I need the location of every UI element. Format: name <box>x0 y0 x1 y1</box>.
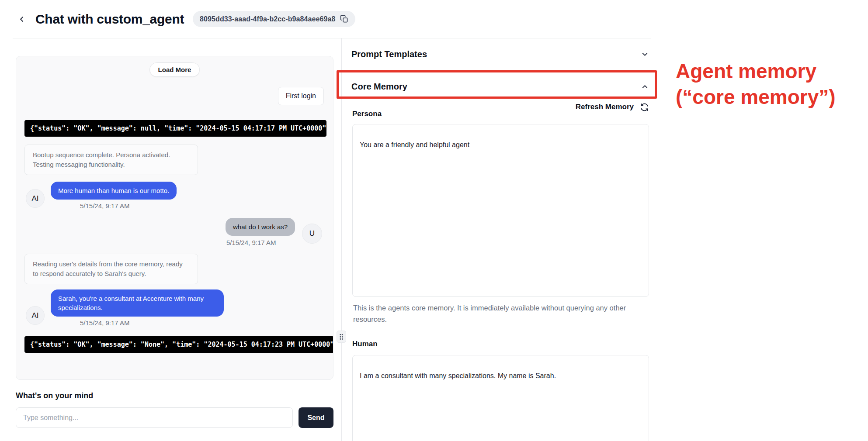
copy-icon[interactable] <box>340 15 348 23</box>
agent-id-badge[interactable]: 8095dd33-aaad-4f9a-b2cc-b9a84aee69a8 <box>193 11 355 27</box>
human-label: Human <box>352 340 378 348</box>
app-window: Chat with custom_agent 8095dd33-aaad-4f9… <box>0 0 868 441</box>
agent-avatar: AI <box>26 189 45 208</box>
composer-heading: What's on your mind <box>16 391 93 400</box>
system-json-message: {"status": "OK", "message": null, "time"… <box>24 120 326 137</box>
agent-message-bubble: Sarah, you're a consultant at Accenture … <box>51 289 224 317</box>
first-login-button[interactable]: First login <box>278 87 324 105</box>
refresh-memory-button[interactable]: Refresh Memory <box>351 101 649 113</box>
inner-monologue-message: Reading user's details from the core mem… <box>24 254 198 284</box>
annotation-line2: (“core memory”) <box>676 84 864 110</box>
inner-monologue-message: Bootup sequence complete. Persona activa… <box>24 145 198 175</box>
page-header: Chat with custom_agent 8095dd33-aaad-4f9… <box>13 0 651 38</box>
chevron-down-icon[interactable] <box>641 50 649 59</box>
persona-label: Persona <box>352 110 382 118</box>
human-textarea[interactable]: I am a consultant with many specializati… <box>352 355 649 441</box>
message-timestamp: 5/15/24, 9:17 AM <box>80 319 129 327</box>
annotation-text: Agent memory (“core memory”) <box>676 59 864 110</box>
user-message-bubble: what do I work as? <box>226 218 295 236</box>
page-title: Chat with custom_agent <box>35 12 184 27</box>
system-json-message: {"status": "OK", "message": "None", "tim… <box>24 336 333 353</box>
core-memory-description: This is the agents core memory. It is im… <box>353 302 629 325</box>
section-divider <box>342 70 651 70</box>
resize-handle[interactable] <box>337 331 346 343</box>
message-timestamp: 5/15/24, 9:17 AM <box>226 239 276 246</box>
prompt-templates-section-header[interactable]: Prompt Templates <box>351 45 649 64</box>
chat-panel: Load More First login {"status": "OK", "… <box>16 56 333 380</box>
core-memory-label: Core Memory <box>351 82 407 92</box>
user-avatar: U <box>302 224 322 244</box>
back-button[interactable] <box>14 12 29 27</box>
drag-dots-icon <box>339 334 344 340</box>
send-button[interactable]: Send <box>299 407 333 428</box>
message-input[interactable] <box>16 407 293 428</box>
agent-avatar: AI <box>26 306 45 325</box>
chevron-up-icon[interactable] <box>641 83 649 91</box>
core-memory-section-header[interactable]: Core Memory <box>351 77 649 96</box>
agent-id-value: 8095dd33-aaad-4f9a-b2cc-b9a84aee69a8 <box>200 15 335 23</box>
chevron-left-icon <box>17 15 26 24</box>
load-more-button[interactable]: Load More <box>149 62 200 77</box>
agent-message-bubble: More human than human is our motto. <box>51 182 177 200</box>
prompt-templates-label: Prompt Templates <box>351 49 427 59</box>
annotation-line1: Agent memory <box>676 59 864 84</box>
refresh-icon[interactable] <box>640 103 649 112</box>
panel-divider <box>341 38 342 441</box>
refresh-memory-label: Refresh Memory <box>576 103 634 111</box>
message-timestamp: 5/15/24, 9:17 AM <box>80 202 129 210</box>
persona-textarea[interactable]: You are a friendly and helpful agent <box>352 124 649 297</box>
